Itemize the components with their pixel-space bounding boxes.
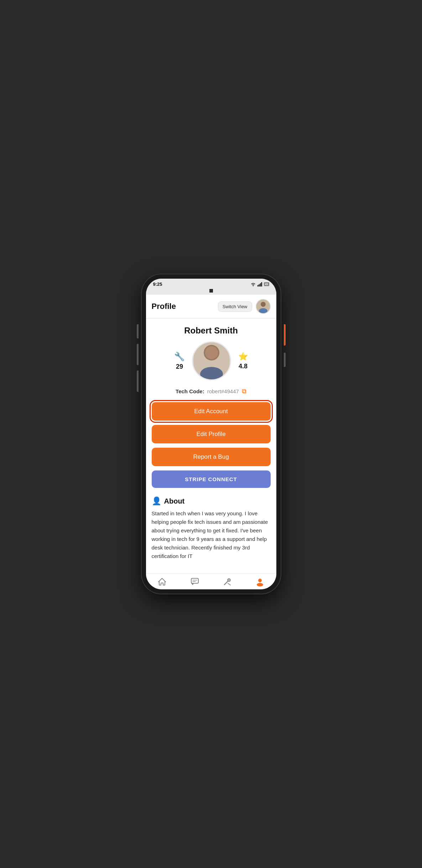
tools-icon (223, 577, 232, 586)
nav-home[interactable] (157, 577, 167, 586)
phone-screen: 9:25 49 (146, 279, 276, 589)
svg-rect-1 (257, 285, 259, 286)
svg-line-15 (224, 581, 228, 585)
camera-dot (209, 289, 213, 293)
notch-area (146, 289, 276, 295)
action-buttons: Edit Account Edit Profile Report a Bug S… (152, 402, 271, 488)
page-title: Profile (152, 302, 176, 311)
power-button (284, 324, 286, 346)
status-bar: 9:25 49 (146, 279, 276, 289)
copy-icon[interactable]: ⧉ (242, 388, 246, 395)
nav-chat[interactable] (190, 577, 199, 586)
profile-nav-icon (255, 577, 265, 586)
person-icon: 👤 (152, 496, 161, 506)
profile-section: 🔧 29 ⭐ 4.8 (152, 341, 271, 380)
star-icon: ⭐ (238, 352, 248, 361)
switch-view-button[interactable]: Switch View (218, 301, 252, 312)
svg-line-19 (228, 583, 230, 585)
svg-point-0 (252, 285, 253, 286)
jobs-count: 29 (176, 363, 183, 370)
about-header: 👤 About (152, 496, 271, 506)
edit-account-button[interactable]: Edit Account (152, 402, 271, 421)
svg-point-6 (261, 302, 266, 307)
about-section: 👤 About Started in tech when I was very … (152, 496, 271, 566)
nav-tools[interactable] (223, 577, 232, 586)
rating-value: 4.8 (239, 363, 248, 370)
svg-point-21 (257, 583, 263, 586)
profile-avatar-image (194, 341, 229, 379)
battery-icon: 49 (264, 282, 269, 286)
svg-rect-3 (260, 283, 261, 286)
stripe-connect-button[interactable]: STRIPE CONNECT (152, 470, 271, 488)
svg-rect-2 (259, 284, 260, 286)
main-content: Robert Smith 🔧 29 (146, 319, 276, 573)
avatar[interactable] (256, 299, 271, 314)
profile-name: Robert Smith (152, 326, 271, 336)
about-text: Started in tech when I was very young. I… (152, 509, 271, 561)
edit-profile-button[interactable]: Edit Profile (152, 425, 271, 443)
chat-icon (190, 577, 199, 586)
scroll-button (284, 353, 286, 367)
wrench-icon: 🔧 (174, 352, 185, 362)
profile-avatar (192, 341, 231, 380)
tech-code-row: Tech Code: robert#49447 ⧉ (152, 388, 271, 395)
volume-up-button (137, 344, 139, 365)
header-right: Switch View (218, 299, 271, 314)
rating-stat: ⭐ 4.8 (238, 352, 248, 370)
phone-frame: 9:25 49 (142, 274, 281, 594)
report-bug-button[interactable]: Report a Bug (152, 448, 271, 466)
svg-rect-12 (191, 578, 198, 583)
signal-icon (257, 282, 262, 286)
bottom-nav (146, 573, 276, 589)
status-time: 9:25 (153, 282, 162, 287)
svg-rect-4 (261, 282, 262, 286)
mute-button (137, 324, 139, 338)
home-icon (157, 577, 167, 586)
tech-code-value: robert#49447 (207, 388, 239, 394)
tech-code-label: Tech Code: (176, 388, 204, 394)
nav-profile[interactable] (255, 577, 265, 586)
avatar-image (256, 300, 270, 313)
jobs-stat: 🔧 29 (174, 352, 185, 370)
app-header: Profile Switch View (146, 295, 276, 319)
svg-point-11 (205, 346, 218, 359)
wifi-icon (250, 282, 256, 286)
svg-point-20 (258, 579, 262, 582)
about-title: About (164, 497, 185, 505)
volume-down-button (137, 370, 139, 392)
status-icons: 49 (250, 282, 269, 286)
